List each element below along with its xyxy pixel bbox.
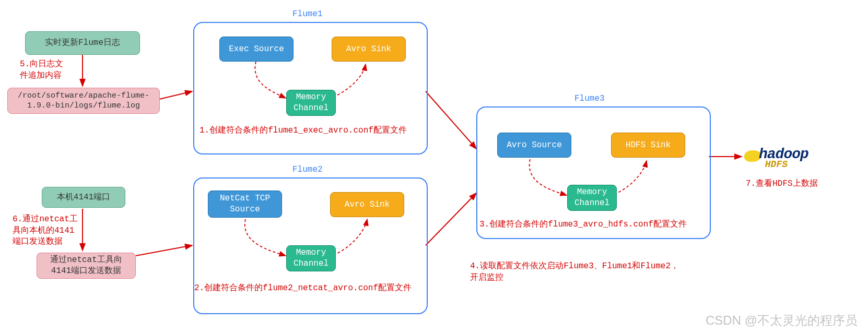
- hadoop-logo: hadoop HDFS: [744, 146, 808, 170]
- flume1-sink: Avro Sink: [332, 37, 406, 62]
- flume2-source: NetCat TCP Source: [208, 191, 282, 218]
- watermark: CSDN @不太灵光的程序员: [706, 312, 858, 329]
- flume3-sink: HDFS Sink: [611, 133, 685, 158]
- flume2-note: 2.创建符合条件的flume2_netcat_avro.conf配置文件: [194, 283, 412, 294]
- svg-line-5: [426, 193, 476, 245]
- flume1-note: 1.创建符合条件的flume1_exec_avro.conf配置文件: [200, 125, 407, 137]
- log-filepath-box: /root/software/apache-flume-1.9.0-bin/lo…: [7, 88, 160, 114]
- flume2-sink: Avro Sink: [330, 192, 404, 217]
- step-6-label: 6.通过netcat工 具向本机的4141 端口发送数据: [13, 214, 78, 248]
- log-update-box: 实时更新Flume日志: [25, 31, 140, 55]
- step-5-label: 5.向日志文 件追加内容: [20, 59, 63, 81]
- flume3-title: Flume3: [574, 94, 605, 103]
- svg-line-3: [136, 245, 192, 256]
- svg-line-1: [159, 91, 192, 99]
- flume1-title: Flume1: [292, 9, 323, 19]
- step-4-label: 4.读取配置文件依次启动Flume3、Flume1和Flume2， 开启监控: [470, 261, 679, 283]
- flume1-source: Exec Source: [219, 37, 294, 62]
- step-7-label: 7.查看HDFS上数据: [746, 179, 818, 190]
- svg-line-4: [426, 91, 476, 149]
- local-port-box: 本机4141端口: [42, 187, 125, 208]
- flume3-note: 3.创建符合条件的flume3_avro_hdfs.conf配置文件: [479, 219, 687, 231]
- flume3-source: Avro Source: [497, 133, 571, 158]
- flume2-title: Flume2: [292, 165, 323, 174]
- netcat-send-box: 通过netcat工具向 4141端口发送数据: [37, 253, 136, 279]
- flume3-channel: Memory Channel: [567, 185, 617, 211]
- flume2-channel: Memory Channel: [286, 245, 336, 271]
- flume1-channel: Memory Channel: [286, 90, 336, 116]
